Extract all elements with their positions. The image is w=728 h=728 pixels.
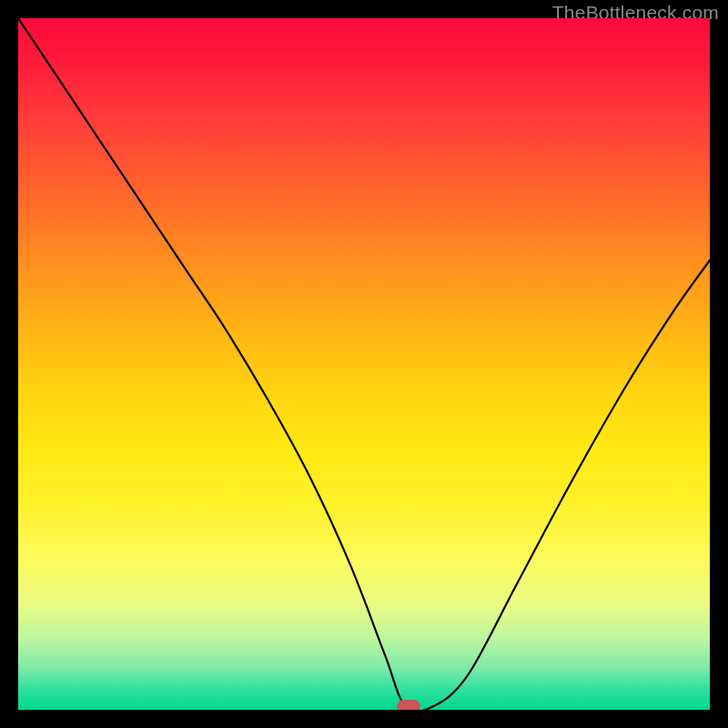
chart-frame: TheBottleneck.com: [0, 0, 728, 728]
gradient-background: [18, 18, 710, 710]
plot-area: [18, 18, 710, 710]
